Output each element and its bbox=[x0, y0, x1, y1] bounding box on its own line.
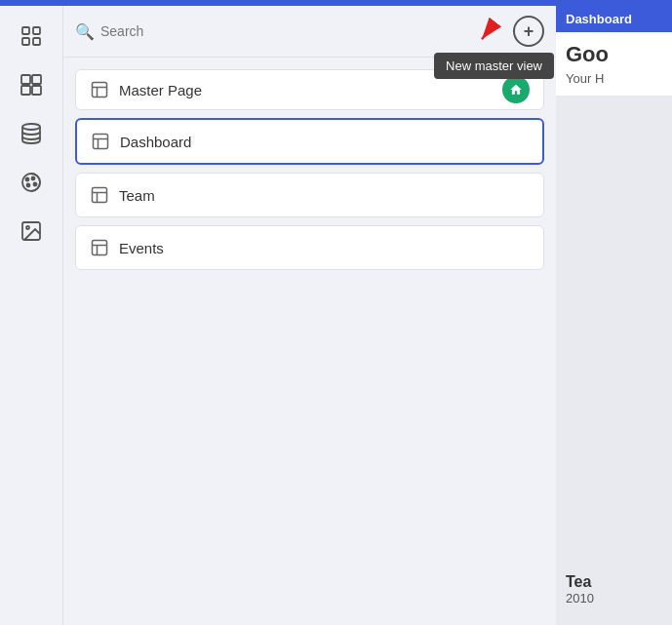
dashboard-page-icon bbox=[91, 132, 110, 151]
add-button-container: + New master view bbox=[513, 16, 544, 47]
svg-rect-5 bbox=[32, 75, 41, 84]
svg-rect-2 bbox=[22, 38, 29, 45]
database-icon[interactable] bbox=[11, 113, 52, 154]
svg-point-11 bbox=[32, 177, 35, 180]
search-bar-area: 🔍 + New master view bbox=[63, 6, 556, 58]
preview-panel: Dashboard Goo Your H Tea 2010 bbox=[556, 6, 672, 625]
page-item-team[interactable]: Team bbox=[75, 173, 544, 217]
home-badge bbox=[502, 76, 530, 103]
pages-icon[interactable] bbox=[11, 16, 52, 57]
svg-rect-3 bbox=[33, 38, 40, 45]
preview-header: Dashboard bbox=[556, 6, 672, 32]
team-page-label: Team bbox=[119, 187, 155, 204]
svg-rect-24 bbox=[93, 188, 107, 203]
svg-rect-4 bbox=[21, 75, 30, 84]
svg-point-15 bbox=[26, 226, 29, 229]
svg-rect-21 bbox=[94, 135, 108, 149]
pages-list: Master Page Dashboard bbox=[63, 58, 556, 625]
svg-point-13 bbox=[27, 184, 30, 187]
plus-icon: + bbox=[524, 21, 534, 42]
preview-bottom-title: Tea bbox=[566, 573, 594, 591]
team-page-icon bbox=[90, 185, 109, 205]
preview-sub-text: Your H bbox=[566, 71, 662, 86]
search-input[interactable] bbox=[100, 23, 503, 39]
svg-point-10 bbox=[26, 178, 29, 181]
search-wrapper: 🔍 bbox=[75, 22, 503, 41]
svg-rect-27 bbox=[93, 241, 107, 255]
svg-rect-7 bbox=[32, 86, 41, 95]
widgets-icon[interactable] bbox=[11, 64, 52, 105]
page-item-dashboard[interactable]: Dashboard bbox=[75, 118, 544, 165]
preview-big-text: Goo bbox=[566, 42, 662, 67]
dashboard-page-label: Dashboard bbox=[120, 134, 191, 150]
master-page-icon bbox=[90, 80, 109, 99]
svg-rect-6 bbox=[21, 86, 30, 95]
preview-content: Goo Your H bbox=[556, 32, 672, 96]
events-page-icon bbox=[90, 238, 109, 257]
events-page-label: Events bbox=[119, 240, 164, 256]
left-sidebar bbox=[0, 6, 63, 625]
svg-rect-18 bbox=[93, 83, 107, 98]
preview-bottom: Tea 2010 bbox=[566, 573, 594, 605]
svg-rect-1 bbox=[33, 27, 40, 34]
media-icon[interactable] bbox=[11, 211, 52, 252]
svg-point-8 bbox=[22, 124, 40, 130]
main-panel: 🔍 + New master view bbox=[63, 6, 556, 625]
themes-icon[interactable] bbox=[11, 162, 52, 203]
svg-rect-0 bbox=[22, 27, 29, 34]
new-master-view-button[interactable]: + bbox=[513, 16, 544, 47]
page-item-events[interactable]: Events bbox=[75, 225, 544, 270]
search-icon: 🔍 bbox=[75, 22, 95, 41]
new-master-view-tooltip: New master view bbox=[434, 53, 554, 79]
master-page-label: Master Page bbox=[119, 82, 202, 98]
preview-bottom-year: 2010 bbox=[566, 591, 594, 605]
svg-point-12 bbox=[34, 183, 37, 186]
